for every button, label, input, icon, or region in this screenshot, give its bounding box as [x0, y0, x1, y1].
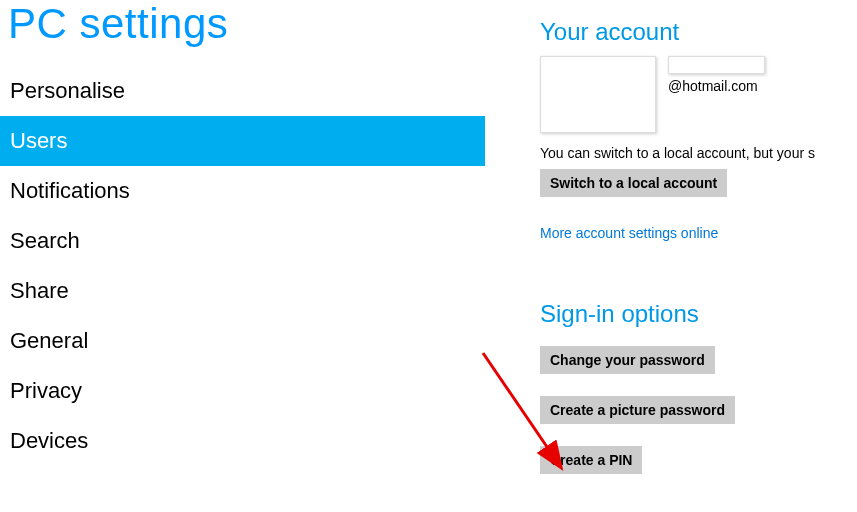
- sidebar-item-devices[interactable]: Devices: [0, 416, 485, 466]
- sidebar-item-users[interactable]: Users: [0, 116, 485, 166]
- sidebar-item-privacy[interactable]: Privacy: [0, 366, 485, 416]
- sidebar-item-general[interactable]: General: [0, 316, 485, 366]
- sidebar: PC settings Personalise Users Notificati…: [0, 0, 485, 512]
- your-account-title: Your account: [540, 18, 857, 46]
- sidebar-item-personalise[interactable]: Personalise: [0, 66, 485, 116]
- change-password-button[interactable]: Change your password: [540, 346, 715, 374]
- sidebar-item-notifications[interactable]: Notifications: [0, 166, 485, 216]
- sign-in-options-title: Sign-in options: [540, 300, 857, 328]
- create-pin-button[interactable]: Create a PIN: [540, 446, 642, 474]
- content-panel: Your account @hotmail.com You can switch…: [485, 0, 857, 512]
- account-email: @hotmail.com: [668, 76, 765, 94]
- sidebar-item-share[interactable]: Share: [0, 266, 485, 316]
- page-title: PC settings: [0, 0, 485, 66]
- switch-account-note: You can switch to a local account, but y…: [540, 145, 857, 161]
- create-picture-password-button[interactable]: Create a picture password: [540, 396, 735, 424]
- more-account-settings-link[interactable]: More account settings online: [540, 225, 718, 241]
- account-name: [668, 56, 765, 74]
- switch-local-account-button[interactable]: Switch to a local account: [540, 169, 727, 197]
- avatar: [540, 56, 656, 133]
- sidebar-item-search[interactable]: Search: [0, 216, 485, 266]
